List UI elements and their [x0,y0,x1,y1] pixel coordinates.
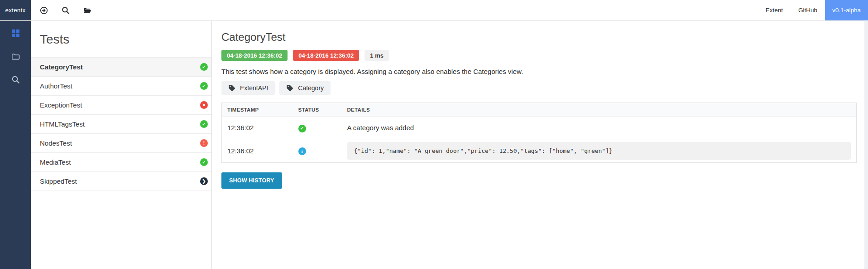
top-navbar: extentx ExtentGitHub v0.1-alpha [0,0,868,21]
tag-icon [228,84,235,92]
log-table-row: 12:36:02✓A category was added [222,117,857,139]
test-item-label: ExceptionTest [40,101,200,109]
end-time-badge: 04-18-2016 12:36:02 [293,50,359,61]
brand-logo[interactable]: extentx [0,0,31,20]
test-item-exceptiontest[interactable]: ExceptionTest✕ [31,96,211,115]
tag-icon [286,84,293,92]
log-details-code: {"id": 1,"name": "A green door","price":… [347,142,851,160]
test-description: This test shows how a category is displa… [221,68,857,75]
tag-label: ExtentAPI [240,84,268,92]
test-item-label: NodesTest [40,139,200,147]
error-status-icon: ! [200,139,208,147]
search-icon[interactable] [11,75,20,84]
tag-label: Category [298,84,324,92]
show-history-button[interactable]: SHOW HISTORY [221,172,282,189]
fail-status-icon: ✕ [200,101,208,109]
page-scrollbar[interactable] [864,20,868,269]
folder-open-icon[interactable] [83,6,91,15]
duration-badge: 1 ms [364,50,389,61]
test-item-label: MediaTest [40,158,200,166]
main-content: CategoryTest 04-18-2016 12:36:02 04-18-2… [212,21,868,269]
column-header-details: DETAILS [342,103,857,117]
version-badge[interactable]: v0.1-alpha [825,0,868,20]
test-item-htmltagstest[interactable]: HTMLTagsTest✓ [31,115,211,134]
log-status-cell: ✓ [293,117,342,139]
skip-status-icon: ❯ [200,177,208,185]
pass-status-icon: ✓ [298,125,306,132]
log-details-cell: A category was added [342,117,857,139]
pass-status-icon: ✓ [200,158,208,166]
folder-icon[interactable] [11,52,20,61]
badges-row: 04-18-2016 12:36:02 04-18-2016 12:36:02 … [221,50,857,61]
tags-row: ExtentAPI Category [221,81,857,95]
tests-panel-title: Tests [40,32,211,47]
tests-panel: Tests CategoryTest✓AuthorTest✓ExceptionT… [31,21,212,269]
test-item-categorytest[interactable]: CategoryTest✓ [31,58,211,77]
pass-status-icon: ✓ [200,120,208,128]
column-header-status: STATUS [293,103,342,117]
log-status-cell: i [293,139,342,162]
pass-status-icon: ✓ [200,63,208,71]
tests-list: CategoryTest✓AuthorTest✓ExceptionTest✕HT… [31,57,211,191]
log-table: TIMESTAMP STATUS DETAILS 12:36:02✓A cate… [221,103,857,163]
info-status-icon: i [298,147,306,155]
search-icon[interactable] [62,6,70,15]
test-item-label: CategoryTest [40,63,200,71]
dashboard-grid-icon[interactable] [11,29,20,38]
test-item-nodestest[interactable]: NodesTest! [31,134,211,153]
nav-link-extent[interactable]: Extent [758,0,791,20]
arrow-circle-right-icon[interactable] [40,6,48,15]
test-item-label: HTMLTagsTest [40,120,200,128]
sidebar-rail [0,21,31,269]
body-row: Tests CategoryTest✓AuthorTest✓ExceptionT… [0,21,868,269]
tag-chip-category[interactable]: Category [279,81,331,95]
log-table-body: 12:36:02✓A category was added12:36:02i{"… [222,117,857,163]
test-item-label: AuthorTest [40,82,200,90]
navbar-icon-group [31,0,91,20]
tag-chip-extentapi[interactable]: ExtentAPI [221,81,275,95]
test-item-label: SkippedTest [40,177,200,185]
navbar-links: ExtentGitHub [758,0,825,20]
pass-status-icon: ✓ [200,82,208,90]
log-table-row: 12:36:02i{"id": 1,"name": "A green door"… [222,139,857,162]
test-item-authortest[interactable]: AuthorTest✓ [31,77,211,96]
extentx-app: extentx ExtentGitHub v0.1-alpha [0,0,868,269]
test-item-mediatest[interactable]: MediaTest✓ [31,153,211,172]
start-time-badge: 04-18-2016 12:36:02 [221,50,288,61]
log-details-cell: {"id": 1,"name": "A green door","price":… [342,139,857,162]
log-timestamp-cell: 12:36:02 [222,139,293,162]
test-detail-title: CategoryTest [221,31,857,44]
column-header-timestamp: TIMESTAMP [222,103,293,117]
test-item-skippedtest[interactable]: SkippedTest❯ [31,172,211,191]
log-timestamp-cell: 12:36:02 [222,117,293,139]
log-table-header-row: TIMESTAMP STATUS DETAILS [222,103,857,117]
nav-link-github[interactable]: GitHub [791,0,825,20]
